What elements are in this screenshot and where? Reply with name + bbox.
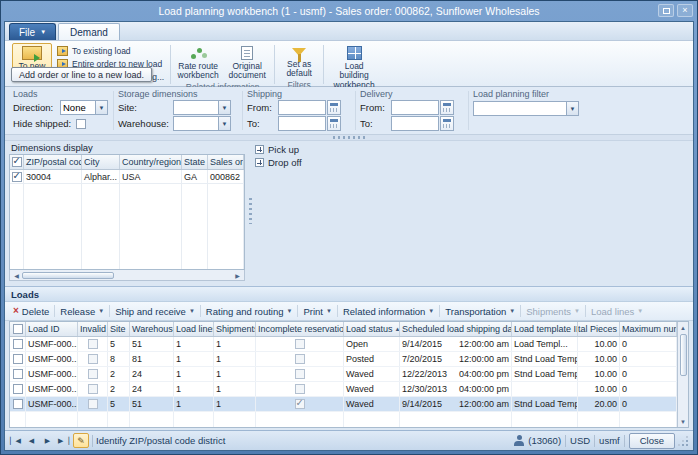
calendar-icon[interactable] xyxy=(440,116,454,131)
dimensions-horizontal-scrollbar[interactable]: ◀ ▶ xyxy=(9,270,245,281)
select-all-header-cell[interactable] xyxy=(10,322,26,336)
previous-record-button[interactable]: ◀ xyxy=(25,434,38,448)
delete-button[interactable]: × Delete xyxy=(9,304,53,319)
vertical-splitter[interactable] xyxy=(245,141,255,281)
scroll-down-icon[interactable]: ▼ xyxy=(678,417,689,426)
direction-select[interactable]: None ▼ xyxy=(60,100,108,115)
shipping-to-input[interactable] xyxy=(278,116,326,131)
calendar-icon[interactable] xyxy=(327,100,341,115)
load-row[interactable]: USMF-000... 2 24 1 1 Waved 12/22/201304:… xyxy=(10,367,677,382)
column-header-state[interactable]: State xyxy=(182,155,208,169)
print-menu-button[interactable]: Print ▼ xyxy=(299,304,336,319)
column-header-max-freight[interactable]: Maximum number of freight pi xyxy=(620,322,677,336)
scroll-right-icon[interactable]: ▶ xyxy=(232,271,243,280)
chevron-down-icon[interactable]: ▼ xyxy=(566,102,578,115)
column-header-country[interactable]: Country/region xyxy=(120,155,182,169)
close-button[interactable]: Close xyxy=(629,433,675,449)
close-window-button[interactable]: × xyxy=(677,4,693,17)
to-existing-load-button[interactable]: To existing load xyxy=(55,45,166,57)
restore-window-button[interactable] xyxy=(658,4,674,17)
row-select-cell[interactable] xyxy=(10,397,26,411)
chevron-down-icon[interactable]: ▼ xyxy=(95,101,107,114)
row-select-cell[interactable] xyxy=(10,170,24,183)
column-header-shipments[interactable]: Shipments xyxy=(214,322,256,336)
column-header-load-status[interactable]: Load status▲ xyxy=(344,322,400,336)
tree-node-drop-off[interactable]: Drop off xyxy=(255,156,689,169)
calendar-icon[interactable] xyxy=(440,100,454,115)
rating-and-routing-menu-button[interactable]: Rating and routing ▼ xyxy=(202,304,297,319)
row-select-cell[interactable] xyxy=(10,337,26,351)
column-header-load-template[interactable]: Load template ID xyxy=(512,322,578,336)
row-checkbox[interactable] xyxy=(13,384,23,394)
load-row[interactable]: USMF-000... 8 81 1 1 Posted 7/20/201512:… xyxy=(10,352,677,367)
next-record-button[interactable]: ▶ xyxy=(41,434,54,448)
column-header-city[interactable]: City xyxy=(82,155,120,169)
row-checkbox[interactable] xyxy=(13,399,23,409)
row-checkbox[interactable] xyxy=(13,354,23,364)
tree-node-pick-up[interactable]: Pick up xyxy=(255,143,689,156)
warehouse-select[interactable]: ▼ xyxy=(173,116,231,131)
load-row[interactable]: USMF-000... 2 24 1 1 Waved 12/30/201304:… xyxy=(10,382,677,397)
load-building-workbench-button[interactable]: Load building workbench xyxy=(328,43,380,91)
company-indicator[interactable]: usmf xyxy=(599,435,620,446)
scrollbar-thumb[interactable] xyxy=(22,272,114,279)
edit-record-button[interactable]: ✎ xyxy=(73,433,89,448)
row-checkbox[interactable] xyxy=(12,172,22,182)
select-all-header-cell[interactable] xyxy=(10,155,24,169)
delivery-to-input[interactable] xyxy=(391,116,439,131)
select-all-checkbox[interactable] xyxy=(12,157,22,167)
loads-vertical-scrollbar[interactable]: ▲ ▼ xyxy=(677,322,688,427)
column-header-invalid[interactable]: Invalid xyxy=(78,322,108,336)
column-header-warehouse[interactable]: Warehouse xyxy=(130,322,174,336)
select-all-checkbox[interactable] xyxy=(13,324,23,334)
calendar-icon[interactable] xyxy=(327,116,341,131)
chevron-down-icon[interactable]: ▼ xyxy=(218,117,230,130)
rate-route-workbench-button[interactable]: Rate route workbench xyxy=(175,43,221,82)
expand-icon[interactable] xyxy=(255,145,264,154)
load-lines-menu-button[interactable]: Load lines ▼ xyxy=(587,304,647,319)
scrollbar-thumb[interactable] xyxy=(680,334,687,376)
ship-and-receive-menu-button[interactable]: Ship and receive ▼ xyxy=(111,304,199,319)
release-menu-button[interactable]: Release ▼ xyxy=(56,304,108,319)
column-header-sales-order[interactable]: Sales order xyxy=(208,155,244,169)
transportation-menu-button[interactable]: Transportation ▼ xyxy=(441,304,519,319)
tab-demand[interactable]: Demand xyxy=(58,23,120,40)
column-header-scheduled-shipping[interactable]: Scheduled load shipping date and time xyxy=(400,322,512,336)
set-as-default-button[interactable]: Set as default xyxy=(279,43,319,80)
column-header-load-id[interactable]: Load ID xyxy=(26,322,78,336)
currency-indicator[interactable]: USD xyxy=(570,435,590,446)
file-menu-button[interactable]: File ▼ xyxy=(9,23,56,40)
chevron-down-icon[interactable]: ▼ xyxy=(218,101,230,114)
delivery-from-input[interactable] xyxy=(391,100,439,115)
row-checkbox[interactable] xyxy=(13,339,23,349)
load-planning-filter-select[interactable]: ▼ xyxy=(473,101,579,116)
first-record-button[interactable]: ▏◀ xyxy=(9,434,22,448)
column-header-site[interactable]: Site xyxy=(108,322,130,336)
original-document-button[interactable]: Original document xyxy=(224,43,270,82)
column-header-incomplete-reservation[interactable]: Incomplete reservation xyxy=(256,322,344,336)
dimensions-row[interactable]: 30004 Alphar... USA GA 000862 xyxy=(10,170,244,184)
ribbon-group-filters: Set as default Filters xyxy=(276,43,322,86)
shipments-menu-button[interactable]: Shipments ▼ xyxy=(522,304,584,319)
chevron-down-icon: ▼ xyxy=(287,308,293,314)
load-row[interactable]: USMF-000... 5 51 1 1 Waved 9/14/201512:0… xyxy=(10,397,677,412)
row-select-cell[interactable] xyxy=(10,382,26,396)
column-header-zip[interactable]: ZIP/postal code xyxy=(24,155,82,169)
site-select[interactable]: ▼ xyxy=(173,100,231,115)
scroll-left-icon[interactable]: ◀ xyxy=(11,271,22,280)
expand-icon[interactable] xyxy=(255,158,264,167)
scroll-up-icon[interactable]: ▲ xyxy=(678,323,689,332)
row-select-cell[interactable] xyxy=(10,367,26,381)
load-row[interactable]: USMF-000... 5 51 1 1 Open 9/14/201512:00… xyxy=(10,337,677,352)
row-checkbox[interactable] xyxy=(13,369,23,379)
related-information-menu-button[interactable]: Related information ▼ xyxy=(339,304,438,319)
last-record-button[interactable]: ▶▕ xyxy=(57,434,70,448)
shipping-from-input[interactable] xyxy=(278,100,326,115)
ribbon-tab-row: File ▼ Demand xyxy=(5,22,693,41)
row-select-cell[interactable] xyxy=(10,352,26,366)
hide-shipped-checkbox[interactable] xyxy=(76,119,86,129)
column-header-total-pieces[interactable]: Total Pieces xyxy=(578,322,620,336)
resize-grip[interactable] xyxy=(679,435,689,447)
empty-cell xyxy=(10,184,24,269)
column-header-load-lines[interactable]: Load lines xyxy=(174,322,214,336)
